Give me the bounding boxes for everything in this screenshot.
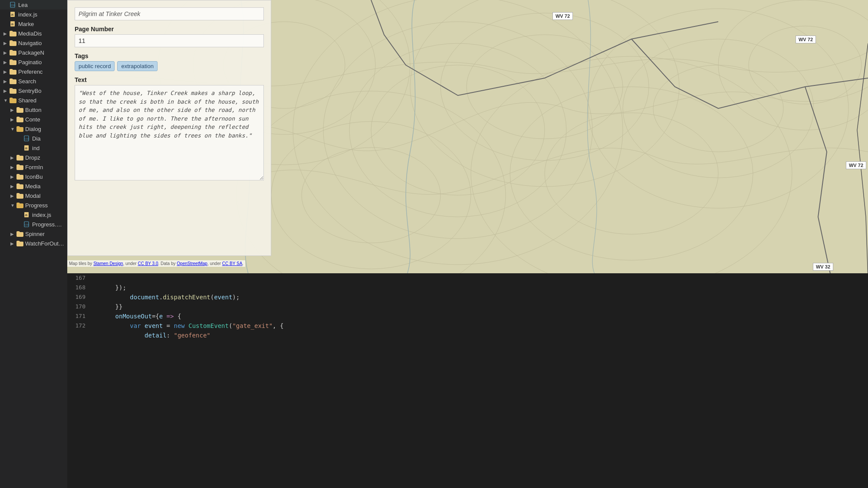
sidebar-item-mediadisp[interactable]: ▶ MediaDis xyxy=(0,29,67,38)
road-label-wv72-1: WV 72 xyxy=(552,12,573,20)
folder-icon xyxy=(10,49,16,56)
sidebar-item-shared[interactable]: ▼ Shared xyxy=(0,95,67,105)
js-file-icon: JS xyxy=(10,20,16,27)
page-number-input[interactable]: 11 xyxy=(75,34,264,47)
sidebar-item-paginatio[interactable]: ▶ Paginatio xyxy=(0,57,67,67)
folder-icon xyxy=(10,87,16,94)
svg-text:CSS: CSS xyxy=(11,4,16,7)
sidebar-item-progress-index[interactable]: JS index.js xyxy=(0,210,67,219)
sidebar-item-conte[interactable]: ▶ Conte xyxy=(0,115,67,124)
code-gutter: 167 168 169 170 171 172 xyxy=(67,273,89,488)
sidebar-item-label: Dialog xyxy=(25,126,41,132)
sidebar-item-marke[interactable]: JS Marke xyxy=(0,19,67,29)
code-line-171: var event = new CustomEvent("gate_exit",… xyxy=(93,311,868,321)
sidebar-item-formin[interactable]: ▶ FormIn xyxy=(0,162,67,172)
book-title-input[interactable]: Pilgrim at Tinker Creek xyxy=(75,7,264,20)
code-editor: 167 168 169 170 171 172 }); document.dis… xyxy=(67,273,868,488)
sidebar-item-label: Modal xyxy=(25,193,40,199)
sidebar-item-label: Conte xyxy=(25,116,40,123)
folder-icon xyxy=(16,164,23,170)
map-attribution: Map tiles by Stamen Design, under CC BY … xyxy=(67,260,245,267)
sidebar-item-label: Spinner xyxy=(25,231,45,237)
sidebar-item-watchforoutsideclick[interactable]: ▶ WatchForOutsideClick xyxy=(0,239,67,248)
sidebar-item-iconbu[interactable]: ▶ IconBu xyxy=(0,172,67,181)
folder-icon xyxy=(10,30,16,37)
sidebar-item-preferenc[interactable]: ▶ Preferenc xyxy=(0,67,67,76)
folder-icon xyxy=(16,192,23,199)
sidebar-item-label: Button xyxy=(25,107,42,113)
expand-arrow: ▶ xyxy=(3,50,10,55)
sidebar-item-packagen[interactable]: ▶ PackageN xyxy=(0,48,67,57)
sidebar-item-ind-js[interactable]: JS ind xyxy=(0,143,67,153)
sidebar-item-lea[interactable]: CSS Lea xyxy=(0,0,67,10)
css-file-icon: CSS xyxy=(10,1,16,8)
sidebar-item-dropz[interactable]: ▶ Dropz xyxy=(0,153,67,162)
sidebar-item-dia-css[interactable]: CSS Dia xyxy=(0,134,67,143)
expand-arrow: ▶ xyxy=(10,174,16,179)
sidebar-item-label: Preferenc xyxy=(18,69,43,75)
expand-arrow: ▼ xyxy=(3,98,10,103)
folder-icon xyxy=(16,240,23,247)
sidebar-item-label: Lea xyxy=(18,2,28,8)
road-label-wv32: WV 32 xyxy=(813,263,833,271)
code-content: }); document.dispatchEvent(event); }} on… xyxy=(93,273,868,488)
expand-arrow: ▼ xyxy=(10,203,16,208)
expand-arrow: ▶ xyxy=(3,41,10,46)
sidebar-item-label: MediaDis xyxy=(18,30,42,37)
sidebar-item-progress-css[interactable]: CSS Progress.module.css xyxy=(0,219,67,229)
book-title-value: Pilgrim at Tinker Creek xyxy=(79,10,140,17)
sidebar-item-label: index.js xyxy=(18,11,37,18)
folder-icon xyxy=(16,173,23,180)
expand-arrow: ▶ xyxy=(10,117,16,122)
sidebar-item-search[interactable]: ▶ Search xyxy=(0,76,67,86)
svg-text:JS: JS xyxy=(25,147,28,150)
folder-icon xyxy=(10,59,16,66)
road-label-wv72-3: WV 72 xyxy=(846,161,866,169)
expand-arrow: ▶ xyxy=(10,155,16,160)
tag-extrapolation[interactable]: extrapolation xyxy=(117,61,157,71)
svg-text:CSS: CSS xyxy=(25,223,30,226)
folder-open-icon xyxy=(10,97,16,104)
expand-arrow: ▼ xyxy=(10,127,16,131)
code-line-168: document.dispatchEvent(event); xyxy=(93,283,868,292)
sidebar-item-label: IconBu xyxy=(25,174,43,180)
expand-arrow: ▶ xyxy=(10,232,16,236)
sidebar-item-label: Dropz xyxy=(25,154,40,161)
svg-text:JS: JS xyxy=(11,13,14,16)
js-file-icon: JS xyxy=(23,144,30,151)
sidebar-item-index-js[interactable]: JS index.js xyxy=(0,10,67,19)
css-file-icon: CSS xyxy=(23,135,30,142)
sidebar-item-sentrybo[interactable]: ▶ SentryBo xyxy=(0,86,67,95)
file-explorer-sidebar: CSS Lea JS index.js JS Marke ▶ MediaDis … xyxy=(0,0,67,488)
sidebar-item-label: Progress xyxy=(25,202,48,209)
expand-arrow: ▶ xyxy=(10,108,16,112)
expand-arrow: ▶ xyxy=(3,31,10,36)
sidebar-item-label: Progress.module.css xyxy=(32,221,66,228)
text-textarea[interactable] xyxy=(75,85,264,180)
folder-open-icon xyxy=(16,125,23,132)
road-label-wv72-2: WV 72 xyxy=(796,36,816,43)
sidebar-item-progress[interactable]: ▼ Progress xyxy=(0,200,67,210)
tags-label: Tags xyxy=(75,52,264,59)
sidebar-item-navigatio[interactable]: ▶ Navigatio xyxy=(0,38,67,48)
folder-icon xyxy=(10,68,16,75)
sidebar-item-label: Dia xyxy=(32,135,41,142)
expand-arrow: ▶ xyxy=(10,193,16,198)
sidebar-item-label: PackageN xyxy=(18,49,44,56)
sidebar-item-dialog[interactable]: ▼ Dialog xyxy=(0,124,67,134)
sidebar-item-label: ind xyxy=(32,145,39,151)
folder-open-icon xyxy=(16,202,23,209)
sidebar-item-media[interactable]: ▶ Media xyxy=(0,181,67,191)
tag-public-record[interactable]: public record xyxy=(75,61,115,71)
tags-container: public record extrapolation xyxy=(75,61,264,71)
sidebar-item-label: index.js xyxy=(32,212,51,218)
sidebar-item-modal[interactable]: ▶ Modal xyxy=(0,191,67,200)
folder-icon xyxy=(16,183,23,190)
expand-arrow: ▶ xyxy=(3,79,10,84)
folder-icon xyxy=(10,78,16,85)
folder-icon xyxy=(16,230,23,237)
text-field: Text xyxy=(75,76,264,182)
sidebar-item-spinner[interactable]: ▶ Spinner xyxy=(0,229,67,239)
code-line-167: }); xyxy=(93,273,868,283)
sidebar-item-button[interactable]: ▶ Button xyxy=(0,105,67,115)
